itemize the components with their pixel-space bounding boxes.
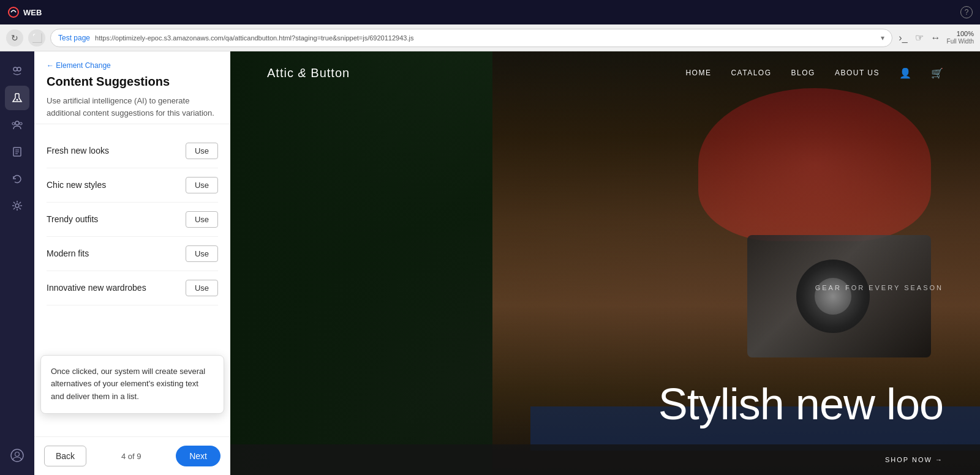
tab-button[interactable]: ⬜ — [28, 29, 45, 47]
url-bar[interactable]: Test page https://optimizely-epoc.s3.ama… — [50, 29, 892, 47]
sidebar-item-flask[interactable] — [5, 86, 29, 110]
pagination-indicator: 4 of 9 — [121, 452, 141, 461]
panel-description: Use artificial intelligence (AI) to gene… — [47, 95, 218, 119]
tooltip-popup: Once clicked, our system will create sev… — [40, 355, 224, 414]
suggestion-text-4: Innovative new wardrobes — [47, 282, 146, 294]
hero-subtitle: GEAR FOR EVERY SEASON — [815, 284, 943, 291]
content-suggestions-panel: ← Element Change Content Suggestions Use… — [34, 51, 230, 475]
suggestion-text-1: Chic new styles — [47, 179, 106, 192]
terminal-button[interactable]: ›_ — [897, 31, 908, 45]
icon-sidebar — [0, 51, 34, 475]
app-name-label: WEB — [23, 8, 42, 17]
site-navigation: Attic & Button HOME CATALOG BLOG ABOUT U… — [230, 51, 980, 94]
website-preview: Attic & Button HOME CATALOG BLOG ABOUT U… — [230, 51, 980, 475]
suggestion-row: Modern fits Use — [47, 237, 218, 271]
help-button[interactable]: ? — [960, 6, 973, 18]
sidebar-item-audience[interactable] — [5, 113, 29, 137]
resize-button[interactable]: ↔ — [930, 31, 942, 45]
svg-point-4 — [17, 99, 18, 101]
svg-point-0 — [9, 7, 18, 17]
shop-now-button[interactable]: SHOP NOW → — [885, 456, 943, 463]
main-layout: ← Element Change Content Suggestions Use… — [0, 51, 980, 475]
svg-point-14 — [15, 452, 20, 457]
nav-links: HOME CATALOG BLOG ABOUT US 👤 🛒 — [685, 67, 943, 79]
shop-now-bar: SHOP NOW → — [230, 444, 980, 475]
browser-controls: ›_ ☞ ↔ 100% Full Width — [897, 30, 974, 45]
svg-point-6 — [12, 122, 15, 125]
back-button[interactable]: Back — [44, 446, 86, 466]
cart-icon[interactable]: 🛒 — [931, 67, 943, 79]
user-icon[interactable]: 👤 — [899, 67, 911, 79]
suggestion-row: Fresh new looks Use — [47, 134, 218, 168]
suggestion-row: Chic new styles Use — [47, 168, 218, 203]
url-chevron-icon: ▾ — [881, 34, 884, 42]
suggestion-text-3: Modern fits — [47, 248, 89, 260]
use-button-1[interactable]: Use — [186, 177, 218, 193]
suggestion-text-2: Trendy outfits — [47, 214, 98, 226]
breadcrumb[interactable]: ← Element Change — [47, 61, 218, 70]
tooltip-text: Once clicked, our system will create sev… — [51, 365, 214, 403]
sidebar-user-avatar[interactable] — [5, 443, 29, 468]
nav-about[interactable]: ABOUT US — [835, 69, 880, 77]
svg-point-12 — [15, 204, 19, 208]
url-text: https://optimizely-epoc.s3.amazonaws.com… — [95, 34, 413, 42]
panel-footer: Back 4 of 9 Next — [34, 436, 230, 475]
site-logo: Attic & Button — [267, 66, 350, 80]
nav-blog[interactable]: BLOG — [791, 69, 815, 77]
sidebar-item-pages[interactable] — [5, 140, 29, 164]
svg-point-2 — [17, 67, 21, 71]
suggestion-row: Trendy outfits Use — [47, 203, 218, 237]
zoom-indicator: 100% Full Width — [947, 30, 974, 45]
nav-catalog[interactable]: CATALOG — [731, 69, 771, 77]
nav-home[interactable]: HOME — [685, 69, 711, 77]
sidebar-item-experiments[interactable] — [5, 59, 29, 83]
hero-title: Stylish new loo — [267, 382, 943, 426]
website-content: Attic & Button HOME CATALOG BLOG ABOUT U… — [230, 51, 980, 475]
use-button-4[interactable]: Use — [186, 280, 218, 296]
tab-label: Test page — [58, 34, 90, 42]
panel-title: Content Suggestions — [47, 75, 218, 89]
cursor-button[interactable]: ☞ — [914, 31, 925, 45]
svg-point-5 — [15, 121, 19, 125]
suggestion-row: Innovative new wardrobes Use — [47, 271, 218, 305]
svg-point-7 — [20, 122, 22, 125]
app-logo: WEB — [7, 6, 42, 18]
suggestion-text-0: Fresh new looks — [47, 145, 109, 157]
panel-header: ← Element Change Content Suggestions Use… — [34, 51, 230, 124]
sidebar-item-history[interactable] — [5, 166, 29, 191]
use-button-3[interactable]: Use — [186, 245, 218, 262]
browser-bar: ↻ ⬜ Test page https://optimizely-epoc.s3… — [0, 24, 980, 51]
sidebar-item-settings[interactable] — [5, 193, 29, 218]
hero-text-area: GEAR FOR EVERY SEASON Stylish new loo — [230, 382, 980, 426]
use-button-2[interactable]: Use — [186, 211, 218, 228]
next-button[interactable]: Next — [176, 446, 221, 466]
refresh-button[interactable]: ↻ — [6, 29, 23, 47]
svg-point-1 — [13, 67, 17, 71]
use-button-0[interactable]: Use — [186, 143, 218, 159]
top-bar: WEB ? — [0, 0, 980, 24]
